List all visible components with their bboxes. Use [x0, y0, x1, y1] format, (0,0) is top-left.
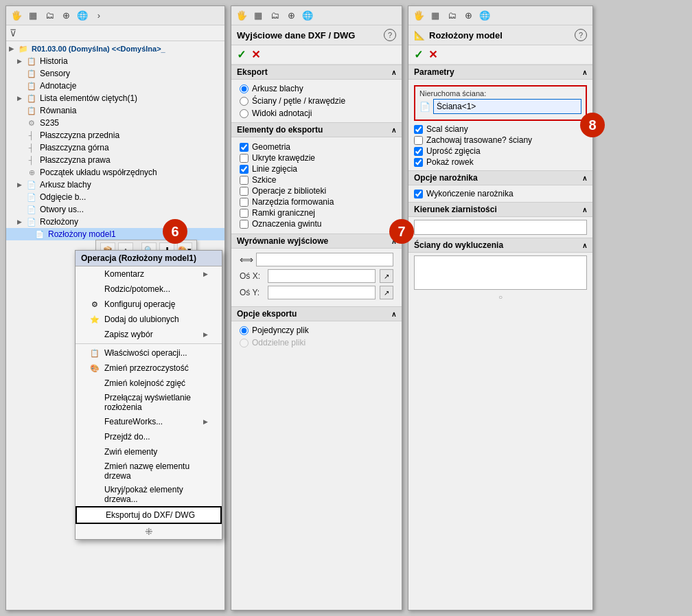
right-hand-icon[interactable]: 🖐	[412, 9, 426, 23]
ukryj-icon	[89, 489, 100, 500]
tree-item-rozlozony-model1[interactable]: 📄 Rozłożony model1	[6, 228, 224, 240]
menu-item-zwijn[interactable]: Zwiń elementy	[76, 444, 222, 459]
mid-crosshair-icon[interactable]: ⊕	[284, 9, 298, 23]
tree-root[interactable]: ▶ 📁 R01.03.00 (Domyślna) <<Domyślna>_	[6, 43, 224, 55]
align-main-icon[interactable]: ⟺	[240, 254, 253, 265]
sphere-icon[interactable]: 🌐	[76, 9, 89, 23]
main-align-input[interactable]	[256, 253, 393, 266]
mid-table-icon[interactable]: ▦	[251, 9, 265, 23]
menu-item-zmien-nazwe[interactable]: Zmień nazwę elementu drzewa	[76, 459, 222, 483]
more-menu-icon[interactable]: ⁜	[76, 524, 222, 539]
cb-linie[interactable]: Linie zgięcia	[240, 163, 393, 174]
parametry-section-header[interactable]: Parametry ∧	[408, 65, 592, 80]
badge-7: 7	[389, 219, 414, 244]
menu-item-rodzic[interactable]: Rodzic/potomek...	[76, 282, 222, 297]
os-x-btn[interactable]: ↗	[380, 269, 393, 283]
radio-widoki[interactable]: Widoki adnotacji	[240, 109, 393, 118]
naroznika-section-header[interactable]: Opcje narożnika ∧	[408, 170, 592, 185]
os-y-row: Oś Y: ↗	[240, 286, 393, 299]
tree-item-rozlozony[interactable]: ▶ 📄 Rozłożony	[6, 216, 224, 228]
menu-item-przejdz[interactable]: Przejdź do...	[76, 429, 222, 444]
right-confirm-x[interactable]: ✕	[428, 48, 437, 61]
middle-help-icon[interactable]: ?	[384, 29, 396, 41]
menu-item-konfiguruj[interactable]: ⚙ Konfiguruj operację	[76, 297, 222, 312]
radio-arkusz[interactable]: Arkusz blachy	[240, 84, 393, 93]
cb-ramki[interactable]: Ramki granicznej	[240, 207, 393, 218]
right-layers-icon[interactable]: 🗂	[445, 9, 459, 23]
opcje-radio-group: Pojedynczy plik Oddzielne pliki	[240, 326, 393, 347]
hand-icon[interactable]: 🖐	[10, 9, 23, 23]
tree-item-lista[interactable]: ▶ 📋 Lista elementów ciętych(1)	[6, 92, 224, 104]
cb-scal[interactable]: Scal ściany	[414, 124, 587, 135]
menu-item-komentarz[interactable]: Komentarz	[76, 266, 222, 282]
os-y-btn[interactable]: ↗	[380, 286, 393, 299]
cb-geometria[interactable]: Geometria	[240, 141, 393, 152]
tree-item-s235[interactable]: ⚙ S235	[6, 117, 224, 129]
cb-uprosz[interactable]: Uprość zgięcia	[414, 146, 587, 157]
sciany-wykluczenia-input[interactable]	[414, 255, 587, 290]
layers-icon[interactable]: 🗂	[43, 9, 56, 23]
nieruchoma-label: Nieruchoma ściana:	[419, 89, 581, 98]
mid-sphere-icon[interactable]: 🌐	[301, 9, 314, 23]
right-sphere-icon[interactable]: 🌐	[478, 9, 492, 23]
menu-item-ukryj[interactable]: Ukryj/pokaż elementy drzewa...	[76, 483, 222, 506]
tree-item-plaszczyzna-gorna[interactable]: ┤ Płaszczyzna górna	[6, 141, 224, 154]
eksportuj-icon	[91, 510, 102, 521]
tree-item-historia[interactable]: ▶ 📋 Historia	[6, 55, 224, 67]
kierunek-section-header[interactable]: Kierunek ziarnistości ∧	[408, 202, 592, 217]
right-crosshair-icon[interactable]: ⊕	[461, 9, 475, 23]
radio-pojedynczy[interactable]: Pojedynczy plik	[240, 326, 393, 335]
cb-ukryte[interactable]: Ukryte krawędzie	[240, 152, 393, 163]
cb-zachowaj[interactable]: Zachowaj trasowane? ściany	[414, 135, 587, 146]
sciana-input[interactable]	[433, 99, 581, 114]
radio-oddzielne[interactable]: Oddzielne pliki	[240, 338, 393, 347]
tree-item-adnotacje[interactable]: 📋 Adnotacje	[6, 80, 224, 92]
tree-item-rownania[interactable]: 📋 Równania	[6, 104, 224, 117]
opcje-section-header[interactable]: Opcje eksportu ∧	[231, 306, 402, 321]
cb-szkice[interactable]: Szkice	[240, 174, 393, 185]
more-icon[interactable]: ›	[92, 9, 106, 23]
tree-item-plaszczyzna-prawa[interactable]: ┤ Płaszczyzna prawa	[6, 154, 224, 166]
right-confirm-check[interactable]: ✓	[414, 48, 423, 61]
mid-hand-icon[interactable]: 🖐	[235, 9, 249, 23]
middle-confirm-bar: ✓ ✕	[231, 45, 402, 65]
radio-sciany[interactable]: Ściany / pętle / krawędzie	[240, 96, 393, 106]
menu-item-zmien-przezroczystosc[interactable]: 🎨 Zmień przezroczystość	[76, 361, 222, 376]
historia-icon: 📋	[25, 56, 38, 67]
plane-right-icon: ┤	[25, 155, 38, 166]
wlasciwosci-icon: 📋	[89, 347, 100, 358]
menu-item-przelaczaj[interactable]: Przełączaj wyświetlanie rozłożenia	[76, 391, 222, 414]
tree-item-otwory[interactable]: 📄 Otwory us...	[6, 203, 224, 216]
middle-confirm-check[interactable]: ✓	[237, 48, 246, 61]
right-help-icon[interactable]: ?	[575, 29, 587, 41]
tree-item-poczatek[interactable]: ⊕ Początek układu współrzędnych	[6, 166, 224, 179]
menu-item-dodaj[interactable]: ⭐ Dodaj do ulubionych	[76, 312, 222, 327]
elementy-section-header[interactable]: Elementy do eksportu ∧	[231, 122, 402, 137]
cb-pokaz[interactable]: Pokaż rowek	[414, 157, 587, 168]
rozlozony-model1-icon: 📄	[34, 229, 46, 240]
middle-confirm-x[interactable]: ✕	[251, 48, 260, 61]
mid-layers-icon[interactable]: 🗂	[268, 9, 281, 23]
right-table-icon[interactable]: ▦	[428, 9, 442, 23]
cb-narzedzia[interactable]: Narzędzia formowania	[240, 196, 393, 207]
crosshair-icon[interactable]: ⊕	[59, 9, 73, 23]
cb-operacje[interactable]: Operacje z biblioteki	[240, 185, 393, 196]
wyrownanie-section-header[interactable]: Wyrównanie wyjściowe ∧	[231, 233, 402, 249]
table-icon[interactable]: ▦	[26, 9, 40, 23]
kierunek-input[interactable]	[414, 220, 587, 235]
menu-item-wlasciwosci[interactable]: 📋 Właściwości operacji...	[76, 345, 222, 361]
eksport-section-header[interactable]: Eksport ∧	[231, 65, 402, 80]
cb-wykonczenie[interactable]: Wykończenie narożnika	[414, 188, 587, 199]
menu-item-eksportuj[interactable]: Eksportuj do DXF/ DWG	[76, 506, 222, 524]
os-y-input[interactable]	[268, 286, 376, 299]
tree-item-odgiecie[interactable]: 📄 Odgięcie b...	[6, 191, 224, 203]
tree-item-arkusz[interactable]: ▶ 📄 Arkusz blachy	[6, 179, 224, 191]
cb-oznaczenia[interactable]: Oznaczenia gwintu	[240, 218, 393, 229]
menu-item-zapisz[interactable]: Zapisz wybór	[76, 327, 222, 342]
menu-item-featureworks[interactable]: FeatureWorks...	[76, 414, 222, 429]
tree-item-plaszczyzna-przednia[interactable]: ┤ Płaszczyzna przednia	[6, 129, 224, 141]
tree-item-sensory[interactable]: 📋 Sensory	[6, 67, 224, 80]
sciany-wykluczenia-section-header[interactable]: Ściany do wykluczenia ∧	[408, 238, 592, 253]
os-x-input[interactable]	[268, 269, 376, 283]
menu-item-zmien-kolejnosc[interactable]: Zmień kolejność zgięć	[76, 376, 222, 391]
